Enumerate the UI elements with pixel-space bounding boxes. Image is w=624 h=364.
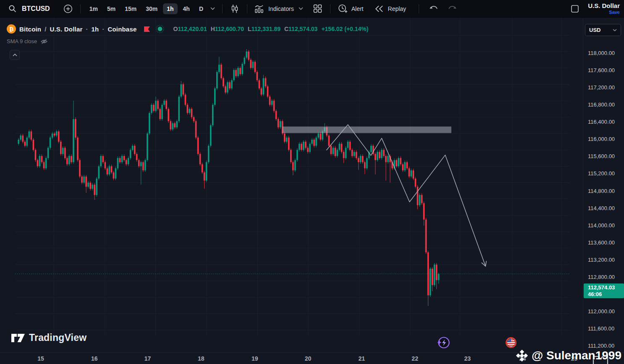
add-symbol-icon[interactable] <box>61 3 75 15</box>
time-axis-label-15: 15 <box>34 355 47 362</box>
symbol-name[interactable]: BTCUSD <box>22 5 50 13</box>
timeframe-chevron-down-icon[interactable] <box>208 3 217 15</box>
candlestick-chart[interactable] <box>0 18 624 364</box>
legend-symbol-quote: U.S. Dollar <box>50 26 82 33</box>
indicators-icon[interactable] <box>252 3 267 15</box>
search-icon[interactable] <box>5 3 19 15</box>
top-toolbar: BTCUSD 1m5m15m30m1h4hD Indicators Alert <box>0 0 624 18</box>
price-axis-label: 115,200.00 <box>588 170 615 177</box>
timeframe-D[interactable]: D <box>195 3 207 14</box>
price-axis-label: 115,600.00 <box>588 153 615 159</box>
alert-button[interactable]: Alert <box>351 5 364 12</box>
chart-pane: ₿ Bitcoin / U.S. Dollar · 1h · Coinbase … <box>0 18 624 364</box>
timeframe-1m[interactable]: 1m <box>86 3 102 14</box>
binance-logo-icon <box>516 349 528 362</box>
price-axis-label: 112,000.00 <box>588 308 615 315</box>
timeframe-4h[interactable]: 4h <box>179 3 194 14</box>
price-axis[interactable]: 118,000.00117,600.00117,200.00116,800.00… <box>583 18 624 352</box>
price-axis-label: 117,200.00 <box>588 84 615 91</box>
open-value: 112,420.01 <box>178 26 207 32</box>
timeframe-group: 1m5m15m30m1h4hD <box>86 3 207 14</box>
close-value: 112,574.03 <box>288 26 317 32</box>
indicator-name: SMA 9 close <box>7 38 37 44</box>
current-price-tag: 112,574.0346:06 <box>584 283 624 298</box>
high-label: H <box>211 26 215 32</box>
replay-icon[interactable] <box>372 3 386 15</box>
price-axis-label: 113,200.00 <box>588 257 615 263</box>
tradingview-logo[interactable]: TradingView <box>11 332 87 343</box>
close-label: C <box>284 26 288 32</box>
eye-hidden-icon[interactable] <box>40 39 48 44</box>
currency-label[interactable]: U.S. Dollar <box>588 3 620 10</box>
us-flag-event-icon[interactable] <box>505 336 517 351</box>
layout-grid-icon[interactable] <box>311 3 325 15</box>
time-axis-label-20: 20 <box>302 355 315 362</box>
time-axis-label-17: 17 <box>142 355 154 362</box>
time-axis-label-23: 23 <box>461 355 474 362</box>
chevron-down-icon <box>613 29 617 31</box>
market-status-icon[interactable] <box>156 25 164 33</box>
time-axis-label-18: 18 <box>195 355 207 362</box>
tradingview-glyph-icon <box>11 333 25 343</box>
time-axis-label-22: 22 <box>409 355 421 362</box>
timeframe-15m[interactable]: 15m <box>121 3 140 14</box>
legend-interval: 1h <box>91 26 99 33</box>
price-axis-label: 111,600.00 <box>588 325 614 332</box>
indicators-button[interactable]: Indicators <box>268 5 294 12</box>
legend-dot: · <box>86 26 88 33</box>
ohlc-readout: O112,420.01 H112,600.70 L112,331.89 C112… <box>173 26 369 32</box>
price-axis-label: 113,600.00 <box>588 239 615 246</box>
price-axis-label: 116,000.00 <box>588 136 615 142</box>
currency-unit-value: USD <box>589 27 600 33</box>
legend-collapse-button[interactable] <box>10 50 20 60</box>
legend-dot: · <box>102 26 104 33</box>
watermark: @ Suleman1999 <box>516 349 621 362</box>
flag-icon[interactable] <box>143 25 151 33</box>
open-label: O <box>173 26 178 32</box>
price-axis-label: 114,800.00 <box>588 188 615 194</box>
chart-type-candles-icon[interactable] <box>228 3 242 15</box>
timeframe-1h[interactable]: 1h <box>163 3 177 14</box>
svg-text:₿: ₿ <box>9 26 14 32</box>
toolbar-divider <box>419 4 419 13</box>
undo-icon[interactable] <box>427 3 441 15</box>
price-axis-label: 118,000.00 <box>588 50 615 56</box>
price-tag-countdown: 46:06 <box>588 291 624 298</box>
save-link[interactable]: Save <box>609 10 620 15</box>
price-axis-label: 114,000.00 <box>588 222 615 229</box>
toolbar-divider <box>330 4 330 13</box>
timeframe-5m[interactable]: 5m <box>103 3 119 14</box>
alert-clock-icon[interactable] <box>336 3 350 15</box>
currency-save-block: U.S. Dollar Save <box>588 3 620 15</box>
replay-button[interactable]: Replay <box>388 5 406 12</box>
change-value: +156.02 (+0.14%) <box>321 26 368 32</box>
price-axis-label: 116,800.00 <box>588 101 615 108</box>
indicators-chevron-down-icon[interactable] <box>296 3 307 15</box>
low-value: 112,331.89 <box>252 26 281 32</box>
lightning-event-icon[interactable] <box>437 336 450 351</box>
tradingview-logo-text: TradingView <box>29 332 87 343</box>
price-axis-label: 114,400.00 <box>588 205 615 211</box>
toolbar-divider <box>247 4 247 13</box>
time-axis-label-21: 21 <box>355 355 368 362</box>
legend-symbol-base: Bitcoin <box>19 26 41 33</box>
time-axis-label-16: 16 <box>88 355 101 362</box>
price-axis-label: 117,600.00 <box>588 67 615 73</box>
high-value: 112,600.70 <box>215 26 244 32</box>
chevron-up-icon <box>13 54 17 57</box>
currency-unit-dropdown[interactable]: USD <box>585 24 621 36</box>
timeframe-30m[interactable]: 30m <box>142 3 161 14</box>
price-axis-label: 111,200.00 <box>588 343 614 349</box>
fullscreen-square-icon[interactable] <box>568 3 582 15</box>
symbol-legend[interactable]: ₿ Bitcoin / U.S. Dollar · 1h · Coinbase … <box>7 24 368 34</box>
legend-sep: / <box>45 26 46 33</box>
toolbar-divider <box>222 4 223 13</box>
legend-exchange: Coinbase <box>107 26 136 33</box>
price-axis-label: 116,400.00 <box>588 119 615 125</box>
price-axis-label: 112,800.00 <box>588 274 615 280</box>
redo-icon[interactable] <box>445 3 459 15</box>
indicator-legend-row[interactable]: SMA 9 close <box>7 38 48 44</box>
low-label: L <box>248 26 252 32</box>
price-tag-value: 112,574.03 <box>588 284 624 291</box>
time-axis-label-19: 19 <box>249 355 261 362</box>
